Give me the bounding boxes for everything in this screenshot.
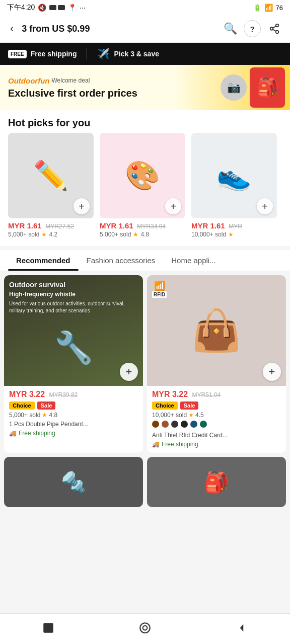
star-icon-3: ★ — [228, 231, 234, 238]
partial-img-2: 🎒 — [147, 457, 286, 507]
top-nav: ‹ 3 from US $0.99 🔍 ? — [0, 15, 290, 43]
hot-pick-card-3: 👟 + MYR 1.61 MYR 10,000+ sold ★ — [191, 133, 277, 238]
free-shipping-label: Free shipping — [31, 50, 77, 58]
hot-pick-img-1: ✏️ + — [8, 133, 94, 218]
partial-card-2: 🎒 — [147, 457, 286, 507]
rfid-text: RFID — [152, 291, 167, 298]
hot-pick-card-2: 🎨 + MYR 1.61 MYR34.94 5,000+ sold ★ 4.8 — [100, 133, 185, 238]
nav-square-button[interactable] — [39, 619, 57, 637]
status-time: 下午4:20 — [7, 3, 35, 12]
tab-home-appliances[interactable]: Home appli... — [163, 250, 224, 271]
sold-count-2: 5,000+ sold — [100, 231, 131, 238]
product-price-row-1: MYR 3.22 MYR39.82 — [9, 390, 138, 399]
sold-info-1: 5,000+ sold ★ 4.8 — [9, 412, 138, 419]
search-button[interactable]: 🔍 — [222, 20, 239, 37]
svg-line-3 — [273, 29, 276, 31]
star-p1: ★ — [42, 412, 47, 419]
help-button[interactable]: ? — [244, 20, 261, 37]
free-icon: FREE — [8, 50, 27, 58]
color-dot-teal — [200, 421, 207, 428]
color-dot-navy — [190, 421, 197, 428]
share-button[interactable] — [266, 20, 283, 37]
color-dot-sienna — [162, 421, 169, 428]
welcome-banner: Outdoorfun Welcome deal Exclusive first … — [0, 65, 290, 110]
badge-row-1: Choice Sale — [9, 401, 138, 410]
battery-squares — [49, 5, 65, 10]
nav-back-button[interactable] — [233, 619, 251, 637]
hot-pick-img-2: 🎨 + — [100, 133, 185, 218]
add-button-2[interactable]: + — [165, 198, 181, 214]
rating-p2: 4.5 — [195, 412, 204, 419]
truck-icon-2: 🚚 — [152, 441, 160, 448]
sold-row-2: 5,000+ sold ★ 4.8 — [100, 231, 185, 238]
svg-line-4 — [273, 26, 276, 28]
color-dot-brown — [152, 421, 159, 428]
status-bar: 下午4:20 🔇 📍 ··· 🔋 📶 76 — [0, 0, 290, 15]
partial-emoji-1: 🔩 — [61, 470, 86, 494]
mute-icon: 🔇 — [38, 4, 46, 12]
promo-divider — [87, 48, 87, 60]
product-info-1: MYR 3.22 MYR39.82 Choice Sale 5,000+ sol… — [4, 386, 143, 442]
battery-level: 76 — [276, 4, 283, 12]
tab-fashion-accessories[interactable]: Fashion accessories — [79, 250, 164, 271]
welcome-deal: Welcome deal — [51, 77, 90, 84]
free-ship-1: 🚚 Free shipping — [9, 430, 138, 437]
sold-count-3: 10,000+ sold — [191, 231, 226, 238]
overlay-title-1: Outdoor survival — [9, 280, 138, 290]
choice-badge-1: Choice — [9, 401, 35, 410]
price-old-1: MYR27.52 — [45, 223, 74, 230]
product-add-button-2[interactable]: + — [263, 363, 281, 381]
rating-p1: 4.8 — [49, 412, 57, 419]
pick-save-label: Pick 3 & save — [114, 50, 159, 58]
sold-row-3: 10,000+ sold ★ — [191, 231, 277, 238]
star-icon-1: ★ — [41, 231, 47, 238]
sold-info-2: 10,000+ sold ★ 4.5 — [152, 412, 281, 419]
plane-icon: ✈️ — [97, 48, 110, 60]
svg-marker-8 — [240, 624, 244, 631]
product-add-button-1[interactable]: + — [120, 363, 138, 381]
price-new-2: MYR 1.61 — [100, 221, 133, 230]
nav-home-button[interactable] — [136, 619, 154, 637]
product-img-2: 📶 RFID 👜 + — [147, 275, 286, 386]
add-button-1[interactable]: + — [74, 198, 90, 214]
product-grid: Outdoor survival High-frequency whistle … — [0, 271, 290, 511]
partial-img-1: 🔩 — [4, 457, 143, 507]
product-name-2: Anti Thief Rfid Credit Card... — [152, 432, 281, 439]
svg-point-7 — [143, 626, 148, 630]
product-emoji-1: 🔧 — [54, 330, 93, 366]
back-button[interactable]: ‹ — [7, 22, 17, 35]
price-row-3: MYR 1.61 MYR — [191, 221, 277, 230]
star-p2: ★ — [188, 412, 194, 419]
location-icon: 📍 — [68, 4, 77, 12]
choice-badge-2: Choice — [152, 401, 178, 410]
truck-icon-1: 🚚 — [9, 430, 17, 437]
product-price-new-1: MYR 3.22 — [9, 390, 45, 398]
product-card-2: 📶 RFID 👜 + MYR 3.22 MYR51.04 Choice Sale… — [147, 275, 286, 453]
product-price-old-1: MYR39.82 — [49, 391, 78, 398]
overlay-subtitle-1: High-frequency whistle — [9, 290, 138, 299]
product-img-1: Outdoor survival High-frequency whistle … — [4, 275, 143, 386]
price-old-2: MYR34.94 — [137, 223, 166, 230]
sale-badge-1: Sale — [37, 401, 56, 410]
rfid-badge: 📶 RFID — [152, 280, 167, 298]
more-dots: ··· — [80, 4, 86, 12]
price-new-3: MYR 1.61 — [191, 221, 225, 230]
hot-picks-scroll: ✏️ + MYR 1.61 MYR27.52 5,000+ sold ★ 4.2… — [8, 133, 282, 238]
wifi-icon: 📶 — [264, 4, 273, 12]
product-img-overlay-1: Outdoor survival High-frequency whistle … — [4, 275, 143, 319]
hot-picks-title: Hot picks for you — [0, 110, 290, 133]
tab-recommended[interactable]: Recommended — [8, 250, 79, 271]
hot-pick-card-1: ✏️ + MYR 1.61 MYR27.52 5,000+ sold ★ 4.2 — [8, 133, 94, 238]
sold-count-1: 5,000+ sold — [8, 231, 39, 238]
bottom-nav — [0, 613, 290, 644]
tabs-container: Recommended Fashion accessories Home app… — [0, 250, 290, 271]
star-icon-2: ★ — [133, 231, 138, 238]
badge-row-2: Choice Sale — [152, 401, 281, 410]
product-name-1: 1 Pcs Double Pipe Pendant... — [9, 421, 138, 428]
battery-x-icon: 🔋 — [253, 4, 261, 12]
product-price-old-2: MYR51.04 — [192, 391, 221, 398]
sold-count-p1: 5,000+ sold — [9, 412, 40, 419]
add-button-3[interactable]: + — [257, 198, 273, 214]
sold-count-p2: 10,000+ sold — [152, 412, 187, 419]
svg-rect-5 — [43, 623, 53, 633]
